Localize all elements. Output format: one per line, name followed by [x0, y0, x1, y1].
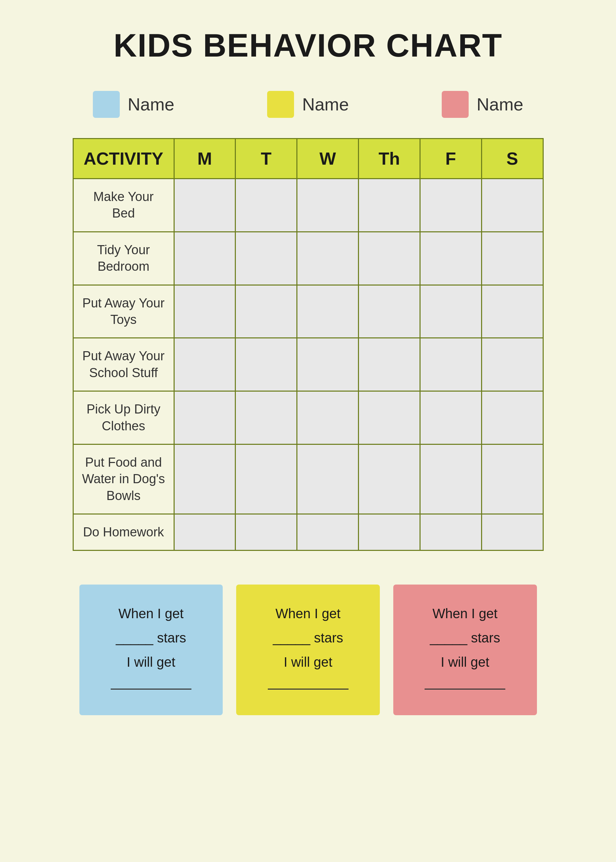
reward-card-pink: When I get _____ stars I will get: [393, 585, 537, 715]
reward-yellow-line2: _____ stars: [250, 626, 366, 650]
reward-yellow-line3: I will get: [250, 650, 366, 674]
day-cell-2-2[interactable]: [297, 285, 358, 338]
chart-container: ACTIVITY M T W Th F S Make Your BedTidy …: [73, 138, 544, 551]
header-thu: Th: [358, 139, 420, 179]
header-fri: F: [420, 139, 481, 179]
day-cell-0-0[interactable]: [174, 179, 236, 232]
reward-pink-line1: When I get: [407, 601, 523, 626]
reward-blue-line2: _____ stars: [93, 626, 210, 650]
table-row: Put Away Your School Stuff: [73, 338, 543, 391]
day-cell-3-3[interactable]: [358, 338, 420, 391]
table-row: Put Away Your Toys: [73, 285, 543, 338]
reward-pink-line3: I will get: [407, 650, 523, 674]
day-cell-1-3[interactable]: [358, 232, 420, 285]
legend-color-blue: [93, 91, 120, 118]
activity-cell-4: Pick Up Dirty Clothes: [73, 391, 174, 444]
day-cell-1-0[interactable]: [174, 232, 236, 285]
header-activity: ACTIVITY: [73, 139, 174, 179]
reward-pink-blank: [424, 689, 505, 690]
reward-pink-line2: _____ stars: [407, 626, 523, 650]
header-tue: T: [236, 139, 297, 179]
day-cell-2-4[interactable]: [420, 285, 481, 338]
legend-label-pink: Name: [477, 94, 523, 115]
day-cell-6-2[interactable]: [297, 514, 358, 550]
day-cell-5-0[interactable]: [174, 444, 236, 514]
day-cell-6-1[interactable]: [236, 514, 297, 550]
reward-card-yellow: When I get _____ stars I will get: [236, 585, 380, 715]
day-cell-0-1[interactable]: [236, 179, 297, 232]
day-cell-1-4[interactable]: [420, 232, 481, 285]
legend-item-yellow: Name: [267, 91, 349, 118]
day-cell-4-1[interactable]: [236, 391, 297, 444]
legend-label-blue: Name: [128, 94, 174, 115]
day-cell-6-0[interactable]: [174, 514, 236, 550]
day-cell-3-2[interactable]: [297, 338, 358, 391]
day-cell-1-2[interactable]: [297, 232, 358, 285]
legend-item-pink: Name: [442, 91, 523, 118]
day-cell-0-3[interactable]: [358, 179, 420, 232]
legend-item-blue: Name: [93, 91, 174, 118]
rewards-section: When I get _____ stars I will get When I…: [73, 585, 544, 715]
legend-color-yellow: [267, 91, 294, 118]
day-cell-5-1[interactable]: [236, 444, 297, 514]
day-cell-5-4[interactable]: [420, 444, 481, 514]
day-cell-3-0[interactable]: [174, 338, 236, 391]
day-cell-0-4[interactable]: [420, 179, 481, 232]
day-cell-4-2[interactable]: [297, 391, 358, 444]
reward-yellow-line1: When I get: [250, 601, 366, 626]
reward-blue-line3: I will get: [93, 650, 210, 674]
behavior-table: ACTIVITY M T W Th F S Make Your BedTidy …: [73, 138, 544, 551]
day-cell-3-4[interactable]: [420, 338, 481, 391]
reward-yellow-blank: [268, 689, 349, 690]
day-cell-5-5[interactable]: [481, 444, 543, 514]
day-cell-0-2[interactable]: [297, 179, 358, 232]
header-wed: W: [297, 139, 358, 179]
table-row: Put Food and Water in Dog's Bowls: [73, 444, 543, 514]
day-cell-3-5[interactable]: [481, 338, 543, 391]
header-sat: S: [481, 139, 543, 179]
table-row: Make Your Bed: [73, 179, 543, 232]
page-title: KIDS BEHAVIOR CHART: [113, 27, 502, 64]
activity-cell-2: Put Away Your Toys: [73, 285, 174, 338]
day-cell-5-3[interactable]: [358, 444, 420, 514]
table-header-row: ACTIVITY M T W Th F S: [73, 139, 543, 179]
day-cell-5-2[interactable]: [297, 444, 358, 514]
day-cell-2-3[interactable]: [358, 285, 420, 338]
day-cell-2-1[interactable]: [236, 285, 297, 338]
table-row: Do Homework: [73, 514, 543, 550]
activity-cell-6: Do Homework: [73, 514, 174, 550]
activity-cell-1: Tidy Your Bedroom: [73, 232, 174, 285]
reward-blue-blank: [111, 689, 192, 690]
day-cell-6-4[interactable]: [420, 514, 481, 550]
day-cell-1-1[interactable]: [236, 232, 297, 285]
day-cell-2-0[interactable]: [174, 285, 236, 338]
day-cell-6-5[interactable]: [481, 514, 543, 550]
day-cell-3-1[interactable]: [236, 338, 297, 391]
day-cell-4-0[interactable]: [174, 391, 236, 444]
legend-color-pink: [442, 91, 469, 118]
legend: Name Name Name: [73, 91, 544, 118]
day-cell-4-3[interactable]: [358, 391, 420, 444]
table-row: Pick Up Dirty Clothes: [73, 391, 543, 444]
header-mon: M: [174, 139, 236, 179]
activity-cell-3: Put Away Your School Stuff: [73, 338, 174, 391]
day-cell-4-5[interactable]: [481, 391, 543, 444]
page: KIDS BEHAVIOR CHART Name Name Name ACTIV…: [73, 27, 544, 835]
day-cell-0-5[interactable]: [481, 179, 543, 232]
legend-label-yellow: Name: [302, 94, 349, 115]
day-cell-1-5[interactable]: [481, 232, 543, 285]
day-cell-2-5[interactable]: [481, 285, 543, 338]
reward-card-blue: When I get _____ stars I will get: [79, 585, 223, 715]
activity-cell-0: Make Your Bed: [73, 179, 174, 232]
day-cell-6-3[interactable]: [358, 514, 420, 550]
table-row: Tidy Your Bedroom: [73, 232, 543, 285]
reward-blue-line1: When I get: [93, 601, 210, 626]
activity-cell-5: Put Food and Water in Dog's Bowls: [73, 444, 174, 514]
day-cell-4-4[interactable]: [420, 391, 481, 444]
